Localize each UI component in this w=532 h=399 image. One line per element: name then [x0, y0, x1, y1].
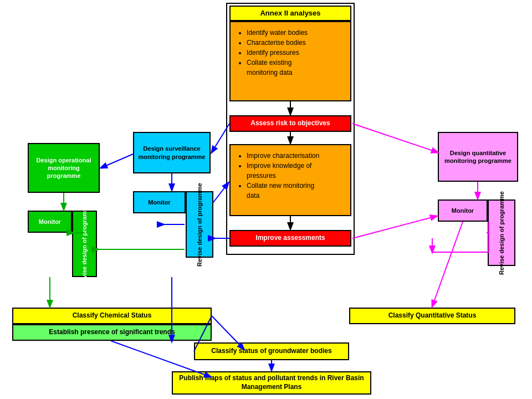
diagram: Annex II analyses Identify water bodies …	[0, 0, 532, 399]
assess-risk-box: Assess risk to objectives	[229, 115, 351, 132]
design-surveillance-box: Design surveillance monitoring programme	[133, 132, 211, 173]
annex-list: Identify water bodies Characterise bodie…	[233, 24, 313, 81]
monitor-left-box: Monitor	[28, 211, 72, 233]
revise-centre-box: Revise design of programme	[186, 191, 213, 258]
improve-char-body: Improve characterisation Improve knowled…	[229, 144, 351, 216]
annex-header: Annex II analyses	[229, 6, 351, 21]
classify-quantitative-box: Classify Quantitative Status	[349, 308, 515, 324]
svg-line-5	[213, 183, 228, 202]
monitor-right-box: Monitor	[438, 200, 488, 222]
svg-line-8	[101, 154, 133, 168]
design-quantitative-box: Design quantitative monitoring programme	[438, 132, 518, 182]
design-operational-box: Design operational monitoring programme	[28, 143, 100, 193]
publish-maps-box: Publish maps of status and pollutant tre…	[172, 371, 371, 395]
annex-body: Identify water bodies Characterise bodie…	[229, 21, 351, 101]
svg-line-25	[432, 222, 463, 306]
revise-right-box: Revise design of programme	[488, 200, 515, 266]
classify-chemical-box: Classify Chemical Status	[12, 308, 212, 324]
monitor-centre-box: Monitor	[133, 191, 186, 213]
revise-left-box: Revise design of programme	[72, 211, 97, 277]
improve-list: Improve characterisation Improve knowled…	[233, 147, 325, 204]
improve-assessments-box: Improve assessments	[229, 230, 351, 247]
svg-line-20	[352, 216, 437, 238]
svg-line-3	[212, 124, 229, 152]
establish-trends-box: Establish presence of significant trends	[12, 324, 212, 341]
classify-groundwater-box: Classify status of groundwater bodies	[194, 342, 349, 360]
svg-line-18	[352, 124, 438, 152]
